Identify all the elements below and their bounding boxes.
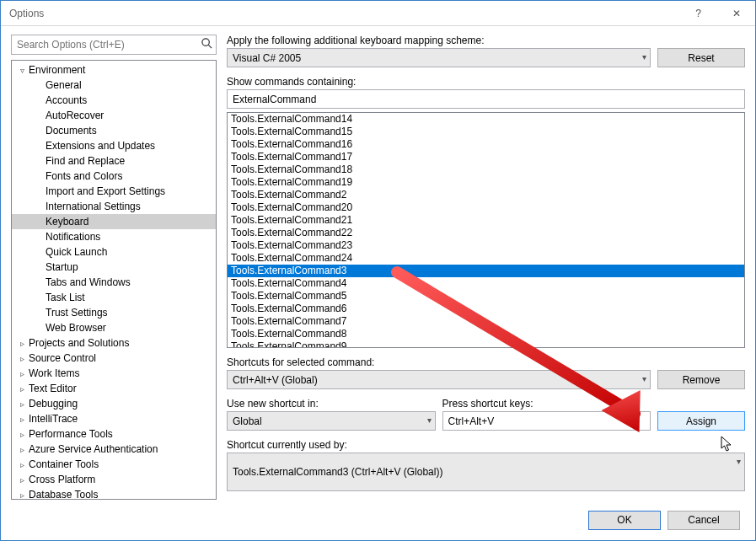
command-list-item[interactable]: Tools.ExternalCommand16 <box>228 138 744 151</box>
command-list-item[interactable]: Tools.ExternalCommand8 <box>228 328 744 340</box>
tree-item[interactable]: ▹Performance Tools <box>12 426 216 442</box>
tree-item-label: IntelliTrace <box>27 413 78 425</box>
tree-item-label: Cross Platform <box>27 474 95 485</box>
search-input[interactable] <box>11 35 217 55</box>
command-list-item[interactable]: Tools.ExternalCommand2 <box>228 189 744 201</box>
tree-item[interactable]: Quick Launch <box>12 244 216 260</box>
tree-item[interactable]: Tabs and Windows <box>12 275 216 290</box>
tree-item-label: Quick Launch <box>44 246 107 258</box>
search-wrap <box>11 35 217 55</box>
tree-item-label: Container Tools <box>27 458 99 470</box>
tree-item[interactable]: Web Browser <box>12 320 216 335</box>
tree-item[interactable]: ▹Text Editor <box>12 381 216 396</box>
command-list-item[interactable]: Tools.ExternalCommand15 <box>228 126 744 138</box>
expander-closed-icon[interactable]: ▹ <box>17 369 27 378</box>
ok-button[interactable]: OK <box>588 511 661 530</box>
command-list-item[interactable]: Tools.ExternalCommand24 <box>228 252 744 265</box>
tree-item-label: Source Control <box>27 352 96 364</box>
tree-item-label: Accounts <box>44 94 87 106</box>
command-list-item[interactable]: Tools.ExternalCommand9 <box>228 340 744 348</box>
expander-closed-icon[interactable]: ▹ <box>17 430 27 439</box>
tree-item-label: Azure Service Authentication <box>27 443 158 455</box>
expander-open-icon[interactable]: ▿ <box>17 66 27 75</box>
tree-item[interactable]: Extensions and Updates <box>12 138 216 153</box>
command-list-item[interactable]: Tools.ExternalCommand23 <box>228 239 744 252</box>
press-keys-input[interactable] <box>442 411 651 431</box>
window-title: Options <box>1 8 679 19</box>
tree-item[interactable]: ▹Azure Service Authentication <box>12 442 216 457</box>
remove-button[interactable]: Remove <box>657 370 745 389</box>
command-list-item[interactable]: Tools.ExternalCommand4 <box>228 277 744 290</box>
cancel-button[interactable]: Cancel <box>668 511 740 530</box>
expander-closed-icon[interactable]: ▹ <box>17 490 27 500</box>
tree-item[interactable]: Documents <box>12 123 216 138</box>
tree-item[interactable]: ▹Container Tools <box>12 457 216 472</box>
current-shortcut-value: Ctrl+Alt+V (Global) <box>233 374 318 386</box>
press-keys-label: Press shortcut keys: <box>442 398 651 410</box>
chevron-down-icon: ▾ <box>737 457 741 466</box>
tree-item[interactable]: Keyboard <box>12 214 216 229</box>
expander-closed-icon[interactable]: ▹ <box>17 354 27 363</box>
tree-item[interactable]: ▹Cross Platform <box>12 472 216 487</box>
expander-closed-icon[interactable]: ▹ <box>17 415 27 424</box>
tree-item[interactable]: ▹Debugging <box>12 396 216 411</box>
tree-item[interactable]: Import and Export Settings <box>12 184 216 199</box>
dialog-body: ▿EnvironmentGeneralAccountsAutoRecoverDo… <box>1 26 755 500</box>
tree-item[interactable]: ▹Database Tools <box>12 487 216 500</box>
scheme-select[interactable]: Visual C# 2005 ▾ <box>227 48 651 67</box>
tree-item[interactable]: International Settings <box>12 199 216 214</box>
close-icon: ✕ <box>732 8 741 19</box>
tree-item-label: Task List <box>44 292 85 303</box>
tree-item-label: Keyboard <box>44 216 88 228</box>
tree-item[interactable]: General <box>12 78 216 93</box>
command-list-item[interactable]: Tools.ExternalCommand22 <box>228 227 744 239</box>
tree-item[interactable]: ▹IntelliTrace <box>12 411 216 426</box>
expander-closed-icon[interactable]: ▹ <box>17 460 27 469</box>
tree-item[interactable]: Startup <box>12 260 216 275</box>
tree-item[interactable]: Trust Settings <box>12 305 216 320</box>
command-list-item[interactable]: Tools.ExternalCommand21 <box>228 214 744 227</box>
tree-item[interactable]: ▹Projects and Solutions <box>12 335 216 351</box>
tree-item-label: Projects and Solutions <box>27 337 129 349</box>
reset-button[interactable]: Reset <box>657 48 745 67</box>
tree-item-label: Extensions and Updates <box>44 140 155 152</box>
command-list-item[interactable]: Tools.ExternalCommand7 <box>228 315 744 328</box>
scope-select[interactable]: Global ▾ <box>227 411 436 431</box>
use-in-label: Use new shortcut in: <box>227 398 436 410</box>
tree-item[interactable]: ▹Source Control <box>12 351 216 366</box>
tree-item-label: Text Editor <box>27 383 77 394</box>
command-list-item[interactable]: Tools.ExternalCommand18 <box>228 163 744 176</box>
help-button[interactable]: ? <box>679 1 717 26</box>
expander-closed-icon[interactable]: ▹ <box>17 399 27 409</box>
command-list-item[interactable]: Tools.ExternalCommand6 <box>228 303 744 315</box>
tree-item[interactable]: ▹Work Items <box>12 366 216 381</box>
cancel-button-label: Cancel <box>688 514 719 526</box>
expander-closed-icon[interactable]: ▹ <box>17 384 27 394</box>
command-list-item[interactable]: Tools.ExternalCommand20 <box>228 201 744 214</box>
command-list-item[interactable]: Tools.ExternalCommand5 <box>228 290 744 303</box>
tree-item[interactable]: Fonts and Colors <box>12 169 216 184</box>
tree-item[interactable]: AutoRecover <box>12 108 216 123</box>
expander-closed-icon[interactable]: ▹ <box>17 475 27 485</box>
assign-button[interactable]: Assign <box>657 411 745 431</box>
command-list-item[interactable]: Tools.ExternalCommand19 <box>228 176 744 189</box>
command-list-item[interactable]: Tools.ExternalCommand3 <box>228 265 744 277</box>
right-pane: Apply the following additional keyboard … <box>227 35 745 500</box>
expander-closed-icon[interactable]: ▹ <box>17 339 27 348</box>
command-filter-input[interactable] <box>227 89 745 109</box>
expander-closed-icon[interactable]: ▹ <box>17 445 27 454</box>
tree-item[interactable]: Find and Replace <box>12 153 216 169</box>
tree-item[interactable]: ▿Environment <box>12 62 216 78</box>
tree-item[interactable]: Notifications <box>12 229 216 244</box>
tree-item-label: Tabs and Windows <box>44 276 131 288</box>
close-button[interactable]: ✕ <box>717 1 755 26</box>
used-by-select[interactable]: Tools.ExternalCommand3 (Ctrl+Alt+V (Glob… <box>227 453 745 491</box>
category-tree[interactable]: ▿EnvironmentGeneralAccountsAutoRecoverDo… <box>11 60 217 500</box>
current-shortcut-select[interactable]: Ctrl+Alt+V (Global) ▾ <box>227 370 651 389</box>
command-list[interactable]: Tools.ExternalCommand14Tools.ExternalCom… <box>227 112 745 348</box>
tree-item[interactable]: Task List <box>12 290 216 305</box>
command-list-item[interactable]: Tools.ExternalCommand14 <box>228 113 744 126</box>
command-list-item[interactable]: Tools.ExternalCommand17 <box>228 151 744 163</box>
tree-item[interactable]: Accounts <box>12 93 216 108</box>
scheme-label: Apply the following additional keyboard … <box>227 35 745 46</box>
